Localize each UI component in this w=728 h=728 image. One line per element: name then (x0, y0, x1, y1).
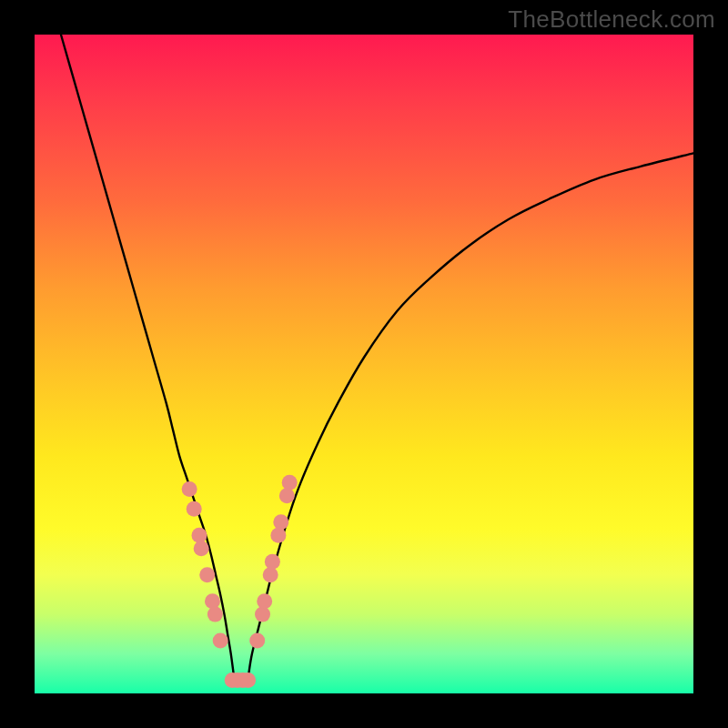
curve-right (248, 153, 693, 673)
data-dot (187, 501, 202, 517)
data-dot (182, 481, 197, 497)
data-dot (279, 488, 295, 503)
chart-svg (35, 35, 693, 693)
data-dot (257, 593, 272, 609)
data-dot (255, 607, 270, 622)
data-dot (273, 514, 288, 530)
data-dot (282, 475, 298, 490)
data-dot (263, 567, 278, 582)
data-dot (194, 541, 209, 556)
data-dot (213, 633, 228, 649)
data-dot (265, 554, 280, 570)
data-dot (205, 593, 220, 609)
data-dot (192, 528, 207, 543)
watermark-text: TheBottleneck.com (508, 5, 715, 34)
data-dot (249, 633, 265, 649)
data-dot (270, 528, 286, 543)
data-dot (207, 607, 223, 622)
plot-area (35, 35, 693, 693)
data-dot (199, 567, 215, 582)
data-dot (240, 672, 256, 688)
chart-frame: TheBottleneck.com (0, 0, 728, 728)
